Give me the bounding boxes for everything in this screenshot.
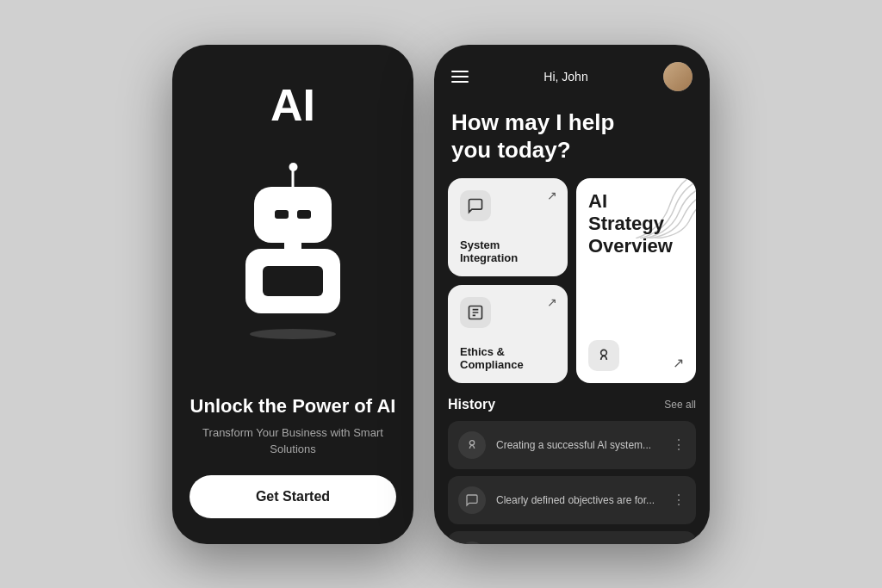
left-text-section: Unlock the Power of AI Transform Your Bu… bbox=[189, 395, 396, 458]
robot-graphic bbox=[233, 187, 353, 325]
robot-eye-left bbox=[275, 210, 289, 219]
ai-strategy-arrow-icon: ↗ bbox=[673, 355, 684, 371]
hamburger-line-1 bbox=[451, 71, 469, 72]
history-icon-2 bbox=[458, 486, 486, 514]
robot-eye-right bbox=[297, 210, 311, 219]
system-integration-arrow-icon: ↗ bbox=[547, 189, 557, 202]
robot-shadow bbox=[250, 329, 336, 339]
robot-head bbox=[254, 187, 332, 243]
right-header: Hi, John bbox=[434, 45, 710, 102]
history-text-2: Clearly defined objectives are for... bbox=[496, 494, 662, 506]
avatar-image bbox=[663, 62, 693, 91]
system-integration-label: System Integration bbox=[460, 238, 556, 264]
history-header: History See all bbox=[448, 397, 696, 412]
history-item-2[interactable]: Clearly defined objectives are for... ⋮ bbox=[448, 476, 696, 524]
get-started-button[interactable]: Get Started bbox=[189, 475, 396, 518]
history-text-1: Creating a successful AI system... bbox=[496, 439, 662, 451]
header-greeting: Hi, John bbox=[543, 70, 587, 84]
history-menu-1[interactable]: ⋮ bbox=[672, 436, 686, 453]
ai-label: AI bbox=[270, 79, 315, 131]
history-section: History See all Creating a successful AI… bbox=[434, 397, 710, 544]
hamburger-menu-button[interactable] bbox=[451, 71, 469, 83]
headline: Unlock the Power of AI bbox=[189, 395, 396, 418]
robot-illustration bbox=[233, 131, 353, 395]
ethics-arrow-icon: ↗ bbox=[547, 295, 557, 309]
robot-antenna-icon bbox=[292, 170, 295, 187]
ai-strategy-label: AI Strategy Overview bbox=[588, 190, 684, 258]
robot-body bbox=[245, 249, 340, 313]
subtitle: Transform Your Business with Smart Solut… bbox=[189, 424, 396, 458]
robot-screen bbox=[263, 266, 323, 296]
main-question: How may I help you today? bbox=[434, 102, 710, 178]
card-ethics-compliance[interactable]: ↗ Ethics & Compliance bbox=[448, 285, 568, 383]
cards-grid: ↗ System Integration AI Strategy Overvie… bbox=[434, 178, 710, 383]
ethics-label: Ethics & Compliance bbox=[460, 345, 556, 371]
main-question-line2: you today? bbox=[451, 137, 571, 163]
avatar[interactable] bbox=[663, 62, 693, 91]
history-icon-3 bbox=[458, 542, 486, 544]
main-question-line1: How may I help bbox=[451, 109, 614, 135]
system-integration-icon bbox=[460, 190, 491, 221]
hamburger-line-3 bbox=[451, 81, 469, 83]
hamburger-line-2 bbox=[451, 76, 469, 77]
ai-strategy-icon bbox=[588, 340, 619, 371]
right-phone: Hi, John How may I help you today? ↗ Sys… bbox=[434, 45, 710, 544]
history-item-1[interactable]: Creating a successful AI system... ⋮ bbox=[448, 421, 696, 469]
history-icon-1 bbox=[458, 431, 486, 459]
history-item-3[interactable]: A clear strategy will guide the entire..… bbox=[448, 531, 696, 544]
see-all-link[interactable]: See all bbox=[664, 399, 696, 411]
svg-point-0 bbox=[601, 350, 607, 356]
history-menu-2[interactable]: ⋮ bbox=[672, 492, 686, 508]
card-ai-strategy[interactable]: AI Strategy Overview ↗ bbox=[576, 178, 696, 383]
card-system-integration[interactable]: ↗ System Integration bbox=[448, 178, 568, 276]
history-title: History bbox=[448, 397, 495, 412]
ai-strategy-bottom: ↗ bbox=[588, 340, 684, 371]
left-phone: AI Unlock the Power of AI Transform Your… bbox=[172, 45, 413, 544]
svg-point-2 bbox=[469, 440, 474, 444]
ethics-icon bbox=[460, 297, 491, 328]
